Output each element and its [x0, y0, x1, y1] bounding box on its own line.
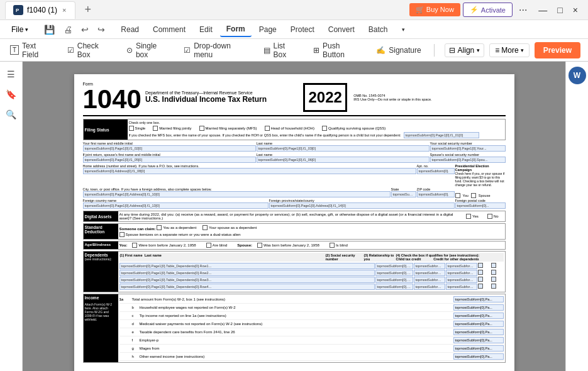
last-name-field[interactable]: topmostSubform[0].Page1[0].f1_03[0] — [257, 145, 430, 152]
menu-batch[interactable]: Batch — [362, 23, 394, 36]
dep-addr-field-2[interactable]: topmostSubform[0]... — [446, 270, 477, 276]
spouse-blind-option[interactable]: Is blind — [330, 243, 348, 248]
digital-yes-option[interactable]: Yes — [466, 214, 479, 219]
spouse-last-name-field[interactable]: topmostSubform[0].Page1[0].f1_06[0] — [257, 157, 430, 163]
dep-rel-field-1[interactable]: topmostSubform[0]... — [414, 263, 445, 269]
foreign-postal-field[interactable]: topmostSubform[0]... — [455, 202, 506, 209]
city-field[interactable]: topmostSubform[0].Page1[0].Address[0].f1… — [83, 191, 391, 197]
new-tab-button[interactable]: + — [80, 3, 95, 16]
dropdown-menu-tool[interactable]: ☑ Drop-down menu — [181, 40, 250, 60]
word-icon[interactable]: W — [569, 67, 586, 84]
first-name-field[interactable]: topmostSubform[0].Page1[0].f1_02[0] — [83, 145, 256, 152]
dep-ssn-field-1[interactable]: topmostSubform[0].Page1[... — [375, 263, 413, 269]
digital-no-checkbox[interactable] — [487, 214, 492, 219]
foreign-country-field[interactable]: topmostSubform[0].Page1[0].Address[0].f1… — [83, 202, 269, 209]
qualifying-surviving-option[interactable]: Qualifying surviving spouse (QSS) — [322, 126, 386, 131]
dep-rel-field-2[interactable]: topmostSubform[0]... — [414, 270, 445, 276]
born-before-checkbox[interactable] — [132, 243, 137, 248]
sidebar-pages-icon[interactable]: ☰ — [4, 67, 19, 82]
check-box-tool[interactable]: ☑ Check Box — [65, 40, 114, 60]
align-button[interactable]: ⊟ Align ▾ — [445, 43, 485, 57]
active-tab[interactable]: P f1040 (1) × — [5, 1, 75, 19]
dep-cod-checkbox-1[interactable] — [491, 263, 496, 268]
income-field-1h[interactable]: topmostSubform[0].Pa... — [453, 353, 504, 360]
dep-name-field-2[interactable]: topmostSubform[0].Page1[0].Table_Depende… — [119, 270, 375, 276]
dep-ssn-field-3[interactable]: topmostSubform[0].Page1[... — [375, 277, 413, 283]
close-tab-button[interactable]: × — [61, 5, 67, 15]
spouse-born-checkbox[interactable] — [257, 243, 262, 248]
married-separately-option[interactable]: Married filing separately (MFS) — [199, 126, 257, 131]
digital-yes-checkbox[interactable] — [466, 214, 471, 219]
menu-page[interactable]: Page — [253, 23, 283, 36]
blind-checkbox[interactable] — [206, 243, 211, 248]
spouse-itemizes-checkbox[interactable] — [119, 232, 125, 237]
apt-field[interactable]: topmostSubform[0]. — [417, 168, 455, 174]
undo-icon[interactable]: ↩ — [78, 23, 92, 36]
born-before-option[interactable]: Were born before January 2, 1958 — [132, 243, 196, 248]
dep-rel-field-4[interactable]: topmostSubform[0]... — [414, 284, 445, 290]
menu-file[interactable]: File ▾ — [5, 23, 35, 36]
married-jointly-checkbox[interactable] — [153, 126, 158, 131]
spouse-presidential-checkbox[interactable] — [471, 193, 476, 198]
spouse-blind-checkbox[interactable] — [330, 243, 335, 248]
menu-edit[interactable]: Edit — [193, 23, 219, 36]
are-blind-option[interactable]: Are blind — [206, 243, 228, 248]
menu-form[interactable]: Form — [220, 22, 252, 37]
dep-cod-checkbox-2[interactable] — [491, 270, 496, 275]
print-icon[interactable]: 🖨 — [60, 23, 75, 36]
minimize-button[interactable]: — — [533, 3, 552, 18]
more-button[interactable]: ≡ More ▾ — [489, 43, 529, 57]
dep-cod-checkbox-4[interactable] — [491, 284, 496, 289]
income-field-1e[interactable]: topmostSubform[0].Pa... — [453, 329, 504, 335]
qss-checkbox[interactable] — [322, 126, 327, 131]
digital-no-option[interactable]: No — [487, 214, 499, 219]
dep-addr-field-3[interactable]: topmostSubform[0]... — [446, 277, 477, 283]
dep-name-field-3[interactable]: topmostSubform[0].Page1[0].Table_Depende… — [119, 277, 375, 283]
signature-tool[interactable]: ✍ Signature — [374, 45, 423, 56]
single-box-tool[interactable]: ⊙ Single box — [124, 40, 171, 60]
menu-read[interactable]: Read — [114, 23, 145, 36]
save-icon[interactable]: 💾 — [41, 23, 58, 36]
spouse-itemizes-option[interactable]: Spouse itemizes on a separate return or … — [119, 232, 241, 237]
income-field-1c[interactable]: topmostSubform[0].Pa... — [453, 313, 504, 319]
redo-icon[interactable]: ↪ — [94, 23, 108, 36]
income-field-1a[interactable]: topmostSubform[0].Pa... — [453, 296, 504, 302]
dep-ctc-checkbox-4[interactable] — [478, 284, 483, 289]
dep-ctc-checkbox-2[interactable] — [478, 270, 483, 275]
dep-ctc-checkbox-3[interactable] — [478, 277, 483, 282]
address-field[interactable]: topmostSubform[0].Address[0].f1_08[0] — [83, 168, 416, 174]
push-button-tool[interactable]: ⊞ Push Button — [311, 40, 363, 60]
dep-addr-field-4[interactable]: topmostSubform[0]... — [446, 284, 477, 290]
married-separately-checkbox[interactable] — [199, 126, 204, 131]
preview-button[interactable]: Preview — [535, 42, 580, 58]
dep-addr-field-1[interactable]: topmostSubform[0]... — [446, 263, 477, 269]
head-of-household-option[interactable]: Head of household (HOH) — [265, 126, 314, 131]
you-presidential-checkbox[interactable] — [455, 193, 460, 198]
income-field-1f[interactable]: topmostSubform[0].Pa... — [453, 337, 504, 343]
single-checkbox[interactable] — [129, 126, 134, 131]
sidebar-search-icon[interactable]: 🔍 — [4, 107, 19, 122]
menu-protect[interactable]: Protect — [284, 23, 321, 36]
menu-comment[interactable]: Comment — [147, 23, 192, 36]
buy-now-button[interactable]: 🛒 Buy Now — [409, 3, 460, 16]
activate-button[interactable]: ⚡ Activate — [463, 3, 513, 17]
foreign-province-field[interactable]: topmostSubform[0].Page1[0].Address[0].f1… — [269, 202, 455, 209]
married-jointly-option[interactable]: Married filing jointly — [153, 126, 191, 131]
state-field[interactable]: topmostSubform[0].Page1[0].Address[0].f1… — [391, 191, 416, 197]
spouse-first-name-field[interactable]: topmostSubform[0].Page1[0].f1_05[0] — [83, 157, 256, 163]
close-window-button[interactable]: × — [568, 3, 583, 18]
spouse-dependent-checkbox[interactable] — [202, 225, 208, 230]
income-field-1d[interactable]: topmostSubform[0].Pa... — [453, 321, 504, 327]
dep-ssn-field-2[interactable]: topmostSubform[0].Page1[... — [375, 270, 413, 276]
zip-field[interactable]: topmostSubform[0]. — [417, 191, 455, 197]
dep-rel-field-3[interactable]: topmostSubform[0]... — [414, 277, 445, 283]
list-box-tool[interactable]: ▤ List Box — [261, 40, 301, 60]
dep-ssn-field-4[interactable]: topmostSubform[0].Page1[... — [375, 284, 413, 290]
ssn-field[interactable]: topmostSubform[0].Page1[0].Your... — [430, 145, 506, 152]
spouse-as-dependent-option[interactable]: Your spouse as a dependent — [202, 225, 257, 230]
sidebar-bookmarks-icon[interactable]: 🔖 — [4, 87, 19, 102]
text-field-tool[interactable]: T Text Field — [8, 40, 55, 60]
dep-ctc-checkbox-1[interactable] — [478, 263, 483, 268]
dep-name-field-4[interactable]: topmostSubform[0].Page1[0].Table_Depende… — [119, 284, 375, 290]
income-field-1b[interactable]: topmostSubform[0].Pa... — [453, 304, 504, 311]
